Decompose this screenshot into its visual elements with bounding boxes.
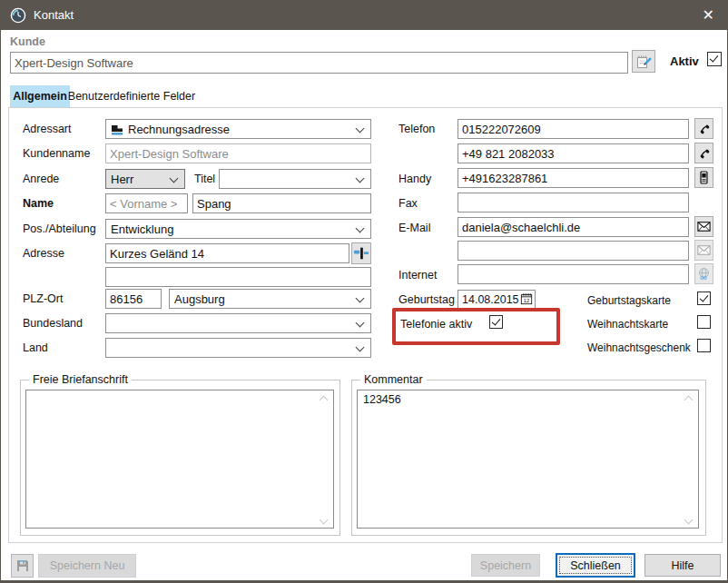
- open-internet-button[interactable]: [694, 263, 713, 284]
- chevron-down-icon: [356, 319, 365, 328]
- aktiv-label: Aktiv: [670, 54, 699, 68]
- svg-text:12: 12: [524, 298, 529, 303]
- land-label: Land: [23, 341, 48, 355]
- telefon-label: Telefon: [398, 123, 435, 136]
- adressart-label: Adressart: [23, 123, 72, 136]
- chevron-down-icon: [356, 224, 365, 233]
- fax-input[interactable]: [457, 193, 689, 212]
- geburtstag-input[interactable]: 14.08.2015 12: [457, 290, 536, 309]
- telefon1-input[interactable]: [457, 119, 689, 139]
- call-telefon2-button[interactable]: [694, 143, 713, 163]
- ort-select[interactable]: Augsburg: [169, 289, 371, 309]
- call-telefon1-button[interactable]: [694, 118, 713, 139]
- bundesland-label: Bundesland: [23, 317, 83, 331]
- email2-input[interactable]: [457, 241, 689, 261]
- adresse-input[interactable]: [105, 243, 349, 263]
- envelope-icon: [697, 245, 711, 255]
- geburtstag-label: Geburtstag: [398, 293, 455, 307]
- app-icon: [10, 7, 26, 24]
- call-handy-button[interactable]: [694, 167, 713, 188]
- titel-select[interactable]: [219, 169, 371, 189]
- send-email1-button[interactable]: [694, 216, 713, 237]
- adressart-select[interactable]: Rechnungsadresse: [105, 119, 371, 139]
- floppy-disk-icon: [15, 558, 30, 573]
- speichern-neu-button[interactable]: Speichern Neu: [38, 554, 136, 578]
- adresse2-input[interactable]: [105, 267, 371, 287]
- email-label: E-Mail: [398, 222, 430, 235]
- handy-input[interactable]: [457, 168, 689, 188]
- kunde-label: Kunde: [10, 35, 45, 49]
- kundenname-input[interactable]: [105, 143, 371, 163]
- geburtstagskarte-checkbox[interactable]: [697, 292, 711, 305]
- anrede-label: Anrede: [23, 173, 59, 186]
- nachname-input[interactable]: [192, 193, 371, 213]
- internet-input[interactable]: [457, 264, 689, 284]
- internet-label: Internet: [398, 269, 437, 282]
- notepad-pencil-icon: [635, 54, 652, 70]
- freie-briefanschrift-textarea[interactable]: [25, 390, 334, 529]
- adresse-map-button[interactable]: [351, 242, 371, 264]
- edit-kunde-button[interactable]: [632, 50, 655, 73]
- anrede-select[interactable]: Herr: [105, 169, 185, 189]
- street-icon: [353, 246, 369, 261]
- bundesland-select[interactable]: [105, 313, 371, 333]
- land-select[interactable]: [105, 338, 371, 358]
- speichern-button[interactable]: Speichern: [471, 554, 540, 577]
- weihnachtsgeschenk-checkbox[interactable]: [697, 339, 711, 352]
- kunde-input[interactable]: [10, 52, 628, 74]
- plz-ort-label: PLZ-Ort: [23, 292, 63, 306]
- kommentar-label: Kommentar: [360, 373, 427, 386]
- plz-input[interactable]: [105, 289, 162, 309]
- weihnachtskarte-checkbox[interactable]: [697, 315, 711, 329]
- rechnungsadresse-icon: [110, 123, 124, 137]
- hilfe-button[interactable]: Hilfe: [644, 554, 721, 577]
- aktiv-checkbox[interactable]: [707, 52, 722, 66]
- close-button[interactable]: ✕: [703, 6, 714, 24]
- schliessen-button[interactable]: Schließen: [556, 553, 635, 578]
- name-label: Name: [23, 197, 54, 211]
- weihnachtsgeschenk-label: Weihnachtsgeschenk: [587, 341, 691, 355]
- tab-benutzerdefinierte-felder[interactable]: Benutzerdefinierte Felder: [70, 85, 193, 107]
- weihnachtskarte-label: Weihnachtskarte: [587, 318, 668, 331]
- chevron-down-icon: [356, 294, 365, 303]
- pos-abteilung-select[interactable]: Entwicklung: [105, 219, 371, 239]
- kontakt-dialog: Kontakt ✕ Kunde Aktiv Allgemein Benutzer…: [0, 0, 728, 583]
- chevron-down-icon: [356, 174, 365, 183]
- chevron-down-icon: [356, 343, 365, 352]
- freie-briefanschrift-label: Freie Briefanschrift: [29, 373, 132, 386]
- email1-input[interactable]: [457, 217, 689, 237]
- phone-icon: [698, 123, 711, 135]
- chevron-down-icon: [170, 174, 179, 183]
- adresse-label: Adresse: [23, 247, 64, 261]
- calendar-icon: 12: [520, 292, 533, 305]
- mobile-phone-icon: [698, 171, 710, 184]
- telefon2-input[interactable]: [457, 143, 689, 163]
- highlight-annotation: [392, 308, 560, 345]
- kundenname-label: Kundenname: [23, 147, 90, 161]
- handy-label: Handy: [398, 173, 431, 186]
- titel-label: Titel: [194, 173, 215, 186]
- globe-icon: [697, 267, 711, 281]
- fax-label: Fax: [398, 197, 418, 211]
- save-icon-button[interactable]: [11, 554, 34, 578]
- envelope-icon: [697, 222, 711, 232]
- titlebar: Kontakt ✕: [1, 1, 727, 30]
- pos-abteilung-label: Pos./Abteilung: [23, 222, 96, 236]
- vorname-input[interactable]: [105, 193, 188, 213]
- phone-icon: [698, 147, 711, 160]
- window-title: Kontakt: [34, 8, 74, 22]
- window-bottom-border: [1, 580, 727, 582]
- send-email2-button[interactable]: [694, 240, 713, 261]
- geburtstagskarte-label: Geburtstagskarte: [587, 294, 671, 308]
- chevron-down-icon: [356, 124, 365, 133]
- tab-allgemein[interactable]: Allgemein: [10, 85, 70, 107]
- kommentar-textarea[interactable]: 123456: [357, 390, 699, 529]
